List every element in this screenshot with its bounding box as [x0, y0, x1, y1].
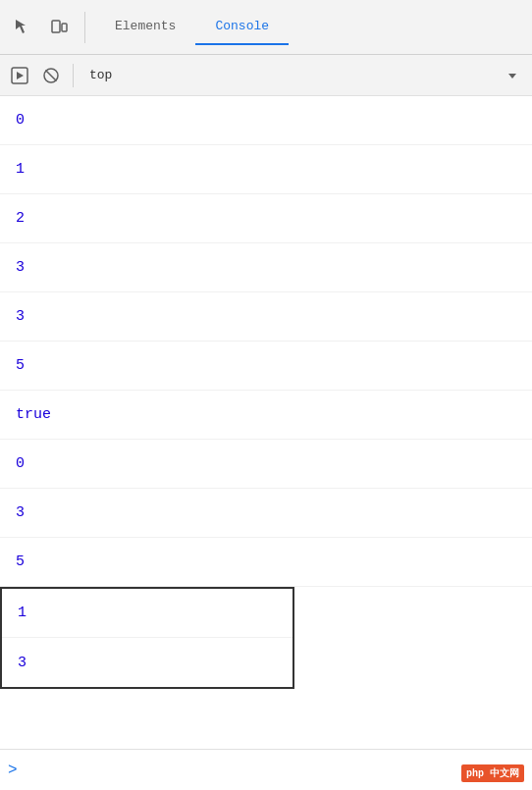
svg-rect-1	[62, 24, 67, 31]
context-selector[interactable]: top	[81, 62, 526, 89]
inspect-element-button[interactable]	[8, 12, 39, 43]
block-icon-button[interactable]	[37, 62, 65, 89]
tab-elements[interactable]: Elements	[95, 9, 195, 45]
devtools-main-toolbar: Elements Console	[0, 0, 532, 55]
console-row: 1	[0, 145, 532, 194]
console-value: 3	[16, 504, 25, 521]
console-value: true	[16, 406, 51, 423]
clear-console-button[interactable]	[6, 62, 33, 89]
console-row: 0	[0, 440, 532, 489]
toolbar-divider	[84, 12, 85, 43]
console-input-row: >	[0, 749, 532, 790]
console-row: 3	[0, 489, 532, 538]
console-value: 3	[16, 259, 25, 276]
console-value: 5	[16, 553, 25, 570]
console-row: 5	[0, 538, 532, 587]
highlighted-output-block: 1 3	[0, 587, 294, 689]
console-row: 5	[0, 342, 532, 391]
chevron-down-icon	[506, 70, 518, 81]
console-row-highlighted: 1	[2, 589, 293, 638]
context-label: top	[89, 68, 503, 82]
svg-line-5	[46, 70, 57, 80]
php-badge: php 中文网	[461, 764, 524, 782]
tab-console[interactable]: Console	[195, 9, 289, 45]
console-row: 2	[0, 194, 532, 243]
svg-marker-3	[17, 72, 24, 79]
console-output-area: 0 1 2 3 3 5 true 0 3 5 1 3	[0, 96, 532, 749]
console-input-field[interactable]	[24, 763, 524, 777]
console-row: 3	[0, 243, 532, 292]
console-value: 1	[18, 605, 27, 621]
svg-marker-6	[508, 74, 516, 79]
console-row: true	[0, 391, 532, 440]
console-value: 3	[16, 308, 25, 325]
console-row-highlighted: 3	[2, 638, 293, 687]
console-prompt-icon: >	[8, 762, 18, 779]
console-value: 3	[18, 655, 27, 671]
console-toolbar-divider	[73, 64, 74, 87]
console-value: 0	[16, 455, 25, 472]
console-value: 0	[16, 112, 25, 129]
tabs-container: Elements Console	[95, 9, 524, 45]
console-toolbar: top	[0, 55, 532, 96]
console-value: 2	[16, 210, 25, 227]
svg-rect-0	[52, 21, 60, 32]
console-value: 5	[16, 357, 25, 374]
console-row: 0	[0, 96, 532, 145]
device-toggle-button[interactable]	[43, 12, 75, 43]
console-row: 3	[0, 292, 532, 342]
console-value: 1	[16, 161, 25, 178]
